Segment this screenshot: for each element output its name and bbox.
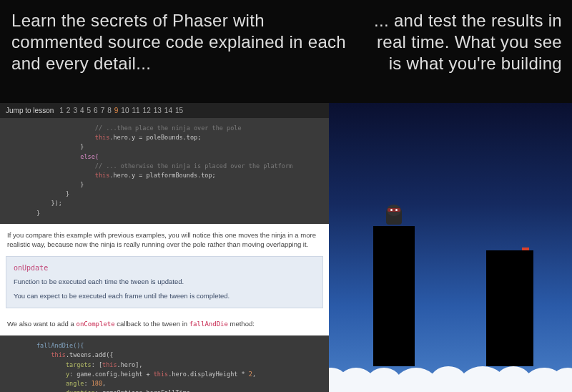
- clouds: [329, 356, 572, 392]
- headline-region: Learn the secrets of Phaser with comment…: [0, 0, 572, 103]
- headline-right: ... and test the results in real time. W…: [358, 0, 572, 103]
- lesson-link-13[interactable]: 13: [152, 107, 163, 114]
- api-callout: onUpdate Function to be executed each ti…: [6, 256, 323, 308]
- nav-label: Jump to lesson: [6, 107, 54, 114]
- lesson-pane: Jump to lesson 123456789101112131415 // …: [0, 103, 329, 392]
- lesson-link-14[interactable]: 14: [163, 107, 174, 114]
- prose-1: If you compare this example with previou…: [6, 224, 323, 257]
- lesson-link-8[interactable]: 8: [106, 107, 113, 114]
- lesson-link-12[interactable]: 12: [142, 107, 152, 114]
- game-preview[interactable]: [329, 103, 572, 392]
- code-block-2: fallAndDie(){ this.tweens.add({ targets:…: [0, 335, 329, 392]
- lesson-link-5[interactable]: 5: [86, 107, 93, 114]
- platform-2: [486, 250, 533, 366]
- target-marker: [522, 248, 529, 250]
- headline-left: Learn the secrets of Phaser with comment…: [0, 0, 358, 103]
- split-container: Jump to lesson 123456789101112131415 // …: [0, 103, 572, 392]
- api-title: onUpdate: [14, 263, 315, 274]
- lesson-link-6[interactable]: 6: [92, 107, 99, 114]
- platform-1: [373, 226, 415, 366]
- lesson-link-4[interactable]: 4: [79, 107, 86, 114]
- lesson-nav: Jump to lesson 123456789101112131415: [0, 103, 329, 118]
- lesson-scroll[interactable]: // ...then place the ninja over the pole…: [0, 118, 329, 392]
- lesson-link-9[interactable]: 9: [113, 107, 120, 114]
- lesson-link-3[interactable]: 3: [72, 107, 79, 114]
- ninja-hero: [383, 203, 405, 226]
- prose-2: We also want to add a onComplete callbac…: [6, 313, 323, 335]
- lesson-link-7[interactable]: 7: [99, 107, 107, 114]
- lesson-link-2[interactable]: 2: [65, 107, 72, 114]
- api-line1: Function to be executed each time the tw…: [14, 277, 315, 288]
- code-block-1: // ...then place the ninja over the pole…: [0, 118, 329, 224]
- lesson-link-15[interactable]: 15: [174, 107, 184, 114]
- lesson-link-11[interactable]: 11: [130, 107, 141, 114]
- api-line2: You can expect to be executed each frame…: [14, 291, 315, 302]
- lesson-link-10[interactable]: 10: [119, 107, 130, 114]
- lesson-link-1[interactable]: 1: [58, 107, 65, 114]
